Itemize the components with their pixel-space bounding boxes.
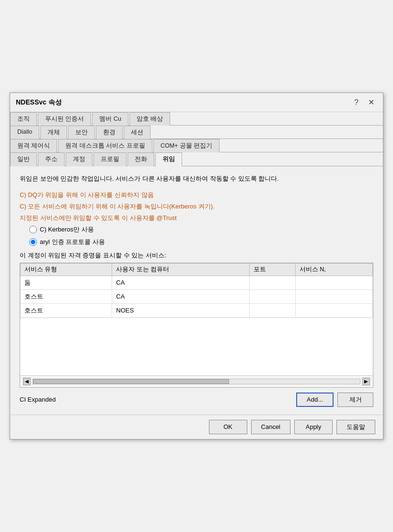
dialog-title: NDESSvc 속성: [16, 98, 62, 107]
content-area: 위임은 보안에 민감한 작업입니다. 서비스가 다른 사용자를 대신하여 작동할…: [10, 166, 383, 415]
ci-label: CI Expanded: [20, 396, 56, 403]
scroll-right-btn[interactable]: ▶: [362, 378, 370, 385]
help-button[interactable]: ?: [351, 97, 361, 108]
col-computer: 사용자 또는 컴퓨터: [112, 263, 249, 276]
table-action-buttons: Add... 제거: [296, 393, 373, 407]
tab-organization[interactable]: 조직: [10, 112, 37, 126]
services-table-wrapper: 서비스 유형 사용자 또는 컴퓨터 포트 서비스 N, 둠CA호스트CA호스트N…: [20, 263, 373, 388]
radio-kerberos-label: C) Kerberos만 사용: [40, 225, 94, 234]
horizontal-scrollbar[interactable]: ◀ ▶: [20, 375, 373, 387]
tab-phone[interactable]: 전화: [127, 152, 154, 166]
table-body: 둠CA호스트CA호스트NOES: [21, 276, 373, 317]
option1-link[interactable]: C) DQ가 위임을 위해 이 사용자를 신뢰하지 않음: [20, 191, 373, 199]
table-row[interactable]: 호스트NOES: [21, 303, 373, 317]
option2-link[interactable]: C) 모든 서비스에 위임하기 위해 이 사용자를 녹입니다(Kerberos …: [20, 202, 373, 211]
table-cell-service: [295, 276, 372, 289]
add-button[interactable]: Add...: [296, 393, 334, 407]
tab-session[interactable]: 세션: [124, 126, 150, 139]
table-empty-area: [20, 318, 373, 375]
tab-remote-control[interactable]: 원격 제어식: [10, 139, 57, 152]
title-bar: NDESSvc 속성 ? ✕: [10, 93, 383, 112]
radio-any-protocol-label: aryl 인증 프로토콜 사용: [40, 238, 105, 246]
table-cell-port: [249, 303, 295, 317]
tab-member-cu[interactable]: 멤버 Cu: [92, 112, 128, 126]
scroll-thumb: [33, 379, 229, 384]
table-cell-type: 호스트: [21, 289, 112, 303]
radio-group: C) Kerberos만 사용 aryl 인증 프로토콜 사용: [29, 225, 373, 246]
table-header-row: 서비스 유형 사용자 또는 컴퓨터 포트 서비스 N,: [21, 263, 373, 276]
radio-any-protocol[interactable]: [29, 238, 37, 246]
col-service-type: 서비스 유형: [21, 263, 112, 276]
tab-com-plus[interactable]: COM+ 공물 편집기: [153, 139, 220, 152]
table-cell-computer: NOES: [112, 303, 249, 317]
scroll-track[interactable]: [33, 379, 360, 384]
tab-password[interactable]: 암호 배상: [129, 112, 170, 126]
tab-row-3: 원격 제어식 원격 데스크톱 서비스 프로필 COM+ 공물 편집기: [10, 139, 383, 152]
table-cell-service: [295, 289, 372, 303]
table-cell-type: 둠: [21, 276, 112, 289]
radio-option-1[interactable]: C) Kerberos만 사용: [29, 225, 373, 234]
description-text: 위임은 보안에 민감한 작업입니다. 서비스가 다른 사용자를 대신하여 작동할…: [20, 174, 373, 184]
table-cell-computer: CA: [112, 276, 249, 289]
tab-address[interactable]: 주소: [38, 152, 65, 166]
tab-security[interactable]: 보안: [68, 126, 95, 139]
col-service-name: 서비스 N,: [295, 263, 372, 276]
scroll-left-btn[interactable]: ◀: [23, 378, 31, 385]
table-row[interactable]: 호스트CA: [21, 289, 373, 303]
table-cell-computer: CA: [112, 289, 249, 303]
tab-account[interactable]: 계정: [66, 152, 92, 166]
tab-pushed-cert[interactable]: 푸시된 인증서: [38, 112, 91, 126]
tab-row-1: 조직 푸시된 인증서 멤버 Cu 암호 배상: [10, 112, 383, 126]
table-row[interactable]: 둠CA: [21, 276, 373, 289]
tab-general[interactable]: 일반: [10, 152, 37, 166]
remove-button[interactable]: 제거: [337, 393, 373, 407]
cancel-button[interactable]: Cancel: [251, 420, 290, 434]
tab-profile[interactable]: 프로필: [93, 152, 127, 166]
table-cell-service: [295, 303, 372, 317]
services-table: 서비스 유형 사용자 또는 컴퓨터 포트 서비스 N, 둠CA호스트CA호스트N…: [20, 263, 373, 318]
radio-kerberos-only[interactable]: [29, 226, 37, 233]
apply-button[interactable]: Apply: [294, 420, 333, 434]
table-cell-port: [249, 276, 295, 289]
footer: OK Cancel Apply 도움말: [10, 415, 383, 439]
tab-diallo[interactable]: Diallo: [10, 126, 39, 139]
bottom-action-row: CI Expanded Add... 제거: [20, 393, 373, 407]
tab-delegation[interactable]: 위임: [155, 152, 182, 166]
table-cell-port: [249, 289, 295, 303]
tab-object[interactable]: 개체: [40, 126, 67, 139]
close-button[interactable]: ✕: [365, 97, 377, 108]
table-cell-type: 호스트: [21, 303, 112, 317]
option3-link[interactable]: 지정된 서비스에만 위임할 수 있도록 이 사용자를 @Trust: [20, 214, 373, 222]
ok-button[interactable]: OK: [209, 420, 247, 434]
tab-environment[interactable]: 환경: [96, 126, 123, 139]
col-port: 포트: [249, 263, 295, 276]
dialog-window: NDESSvc 속성 ? ✕ 조직 푸시된 인증서 멤버 Cu 암호 배상 Di…: [10, 93, 383, 439]
title-bar-icons: ? ✕: [351, 97, 377, 108]
title-bar-left: NDESSvc 속성: [16, 98, 62, 107]
services-label: 이 계정이 위임된 자격 증명을 표시할 수 있는 서비스:: [20, 251, 373, 260]
tab-remote-desktop[interactable]: 원격 데스크톱 서비스 프로필: [58, 139, 152, 152]
help-footer-button[interactable]: 도움말: [336, 420, 375, 434]
tab-row-4: 일반 주소 계정 프로필 전화 위임: [10, 152, 383, 166]
tab-row-2: Diallo 개체 보안 환경 세션: [10, 126, 383, 139]
radio-option-2[interactable]: aryl 인증 프로토콜 사용: [29, 238, 373, 246]
